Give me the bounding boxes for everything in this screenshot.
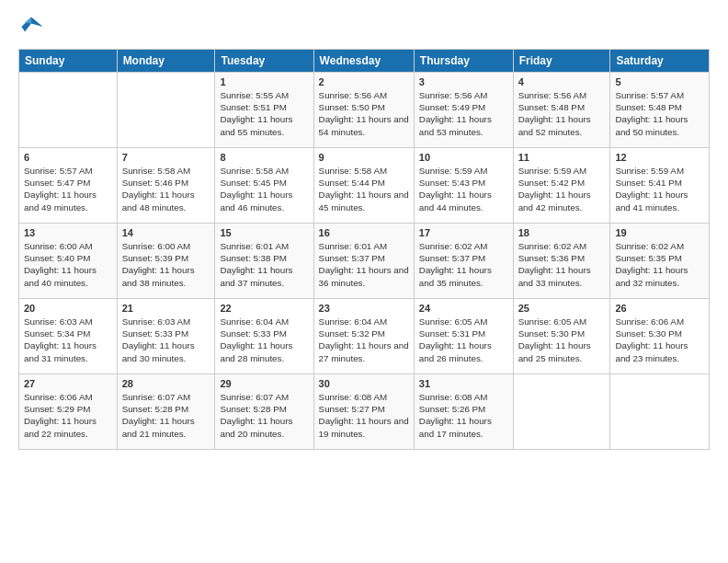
day-number: 27 — [24, 378, 112, 389]
calendar-header: SundayMondayTuesdayWednesdayThursdayFrid… — [19, 50, 710, 73]
header-row: SundayMondayTuesdayWednesdayThursdayFrid… — [19, 50, 710, 73]
day-cell: 7Sunrise: 5:58 AM Sunset: 5:46 PM Daylig… — [117, 148, 215, 224]
day-cell: 17Sunrise: 6:02 AM Sunset: 5:37 PM Dayli… — [414, 224, 513, 299]
calendar-table: SundayMondayTuesdayWednesdayThursdayFrid… — [18, 49, 710, 450]
day-info: Sunrise: 5:59 AM Sunset: 5:43 PM Dayligh… — [419, 165, 508, 213]
day-info: Sunrise: 6:08 AM Sunset: 5:26 PM Dayligh… — [419, 391, 508, 440]
day-number: 3 — [419, 76, 508, 87]
week-row-3: 20Sunrise: 6:03 AM Sunset: 5:34 PM Dayli… — [19, 299, 710, 374]
day-cell: 12Sunrise: 5:59 AM Sunset: 5:41 PM Dayli… — [610, 148, 710, 224]
day-number: 6 — [24, 152, 112, 163]
day-cell: 20Sunrise: 6:03 AM Sunset: 5:34 PM Dayli… — [19, 299, 118, 374]
day-cell: 18Sunrise: 6:02 AM Sunset: 5:36 PM Dayli… — [513, 224, 610, 299]
day-cell: 6Sunrise: 5:57 AM Sunset: 5:47 PM Daylig… — [19, 148, 118, 224]
day-number: 17 — [419, 227, 508, 238]
day-info: Sunrise: 6:04 AM Sunset: 5:33 PM Dayligh… — [220, 316, 308, 364]
day-cell: 11Sunrise: 5:59 AM Sunset: 5:42 PM Dayli… — [513, 148, 610, 224]
day-info: Sunrise: 6:07 AM Sunset: 5:28 PM Dayligh… — [122, 391, 210, 440]
day-number: 14 — [122, 227, 210, 238]
day-info: Sunrise: 6:00 AM Sunset: 5:39 PM Dayligh… — [122, 240, 210, 289]
day-info: Sunrise: 6:02 AM Sunset: 5:36 PM Dayligh… — [518, 240, 606, 289]
day-info: Sunrise: 6:08 AM Sunset: 5:27 PM Dayligh… — [319, 391, 409, 440]
day-info: Sunrise: 6:00 AM Sunset: 5:40 PM Dayligh… — [24, 240, 112, 289]
day-cell — [117, 73, 215, 148]
day-cell: 1Sunrise: 5:55 AM Sunset: 5:51 PM Daylig… — [215, 73, 313, 148]
logo-bird-icon — [18, 14, 44, 40]
day-number: 28 — [122, 378, 210, 389]
day-number: 9 — [319, 152, 409, 163]
day-number: 22 — [220, 303, 308, 314]
day-cell — [19, 73, 118, 148]
day-cell: 23Sunrise: 6:04 AM Sunset: 5:32 PM Dayli… — [313, 299, 414, 374]
day-info: Sunrise: 5:55 AM Sunset: 5:51 PM Dayligh… — [220, 89, 308, 138]
day-info: Sunrise: 5:57 AM Sunset: 5:47 PM Dayligh… — [24, 165, 112, 213]
week-row-1: 6Sunrise: 5:57 AM Sunset: 5:47 PM Daylig… — [19, 148, 710, 224]
day-info: Sunrise: 5:58 AM Sunset: 5:46 PM Dayligh… — [122, 165, 210, 213]
day-number: 2 — [319, 76, 409, 87]
day-info: Sunrise: 5:59 AM Sunset: 5:41 PM Dayligh… — [615, 165, 704, 213]
day-number: 24 — [419, 303, 508, 314]
day-number: 25 — [518, 303, 606, 314]
day-cell: 4Sunrise: 5:56 AM Sunset: 5:48 PM Daylig… — [513, 73, 610, 148]
day-info: Sunrise: 5:56 AM Sunset: 5:50 PM Dayligh… — [319, 89, 409, 138]
day-number: 19 — [615, 227, 704, 238]
day-info: Sunrise: 5:58 AM Sunset: 5:44 PM Dayligh… — [319, 165, 409, 213]
day-cell — [513, 374, 610, 450]
day-info: Sunrise: 6:01 AM Sunset: 5:37 PM Dayligh… — [319, 240, 409, 289]
day-number: 20 — [24, 303, 112, 314]
day-cell: 22Sunrise: 6:04 AM Sunset: 5:33 PM Dayli… — [215, 299, 313, 374]
day-number: 1 — [220, 76, 308, 87]
week-row-4: 27Sunrise: 6:06 AM Sunset: 5:29 PM Dayli… — [19, 374, 710, 450]
day-number: 5 — [615, 76, 704, 87]
svg-marker-1 — [25, 17, 31, 24]
day-cell: 28Sunrise: 6:07 AM Sunset: 5:28 PM Dayli… — [117, 374, 215, 450]
day-cell: 5Sunrise: 5:57 AM Sunset: 5:48 PM Daylig… — [610, 73, 710, 148]
day-number: 8 — [220, 152, 308, 163]
col-header-monday: Monday — [117, 50, 215, 73]
day-number: 12 — [615, 152, 704, 163]
day-info: Sunrise: 6:07 AM Sunset: 5:28 PM Dayligh… — [220, 391, 308, 440]
day-cell: 10Sunrise: 5:59 AM Sunset: 5:43 PM Dayli… — [414, 148, 513, 224]
day-cell — [610, 374, 710, 450]
day-cell: 2Sunrise: 5:56 AM Sunset: 5:50 PM Daylig… — [313, 73, 414, 148]
col-header-tuesday: Tuesday — [215, 50, 313, 73]
day-cell: 16Sunrise: 6:01 AM Sunset: 5:37 PM Dayli… — [313, 224, 414, 299]
day-cell: 26Sunrise: 6:06 AM Sunset: 5:30 PM Dayli… — [610, 299, 710, 374]
day-number: 21 — [122, 303, 210, 314]
col-header-friday: Friday — [513, 50, 610, 73]
day-number: 23 — [319, 303, 409, 314]
day-info: Sunrise: 6:02 AM Sunset: 5:37 PM Dayligh… — [419, 240, 508, 289]
day-number: 26 — [615, 303, 704, 314]
day-number: 10 — [419, 152, 508, 163]
day-number: 13 — [24, 227, 112, 238]
day-number: 29 — [220, 378, 308, 389]
day-info: Sunrise: 5:57 AM Sunset: 5:48 PM Dayligh… — [615, 89, 704, 138]
page: SundayMondayTuesdayWednesdayThursdayFrid… — [0, 0, 728, 563]
header — [18, 14, 710, 40]
day-info: Sunrise: 6:06 AM Sunset: 5:29 PM Dayligh… — [24, 391, 112, 440]
day-info: Sunrise: 6:05 AM Sunset: 5:31 PM Dayligh… — [419, 316, 508, 364]
day-info: Sunrise: 6:01 AM Sunset: 5:38 PM Dayligh… — [220, 240, 308, 289]
day-cell: 15Sunrise: 6:01 AM Sunset: 5:38 PM Dayli… — [215, 224, 313, 299]
col-header-saturday: Saturday — [610, 50, 710, 73]
day-cell: 25Sunrise: 6:05 AM Sunset: 5:30 PM Dayli… — [513, 299, 610, 374]
day-cell: 19Sunrise: 6:02 AM Sunset: 5:35 PM Dayli… — [610, 224, 710, 299]
day-number: 18 — [518, 227, 606, 238]
day-info: Sunrise: 5:58 AM Sunset: 5:45 PM Dayligh… — [220, 165, 308, 213]
day-cell: 8Sunrise: 5:58 AM Sunset: 5:45 PM Daylig… — [215, 148, 313, 224]
day-number: 11 — [518, 152, 606, 163]
day-info: Sunrise: 6:02 AM Sunset: 5:35 PM Dayligh… — [615, 240, 704, 289]
day-info: Sunrise: 6:04 AM Sunset: 5:32 PM Dayligh… — [319, 316, 409, 364]
day-number: 16 — [319, 227, 409, 238]
day-info: Sunrise: 6:03 AM Sunset: 5:34 PM Dayligh… — [24, 316, 112, 364]
day-info: Sunrise: 5:56 AM Sunset: 5:48 PM Dayligh… — [518, 89, 606, 138]
col-header-thursday: Thursday — [414, 50, 513, 73]
day-cell: 24Sunrise: 6:05 AM Sunset: 5:31 PM Dayli… — [414, 299, 513, 374]
day-info: Sunrise: 5:56 AM Sunset: 5:49 PM Dayligh… — [419, 89, 508, 138]
day-info: Sunrise: 6:06 AM Sunset: 5:30 PM Dayligh… — [615, 316, 704, 364]
day-number: 7 — [122, 152, 210, 163]
day-number: 4 — [518, 76, 606, 87]
logo — [18, 14, 48, 40]
day-number: 31 — [419, 378, 508, 389]
day-cell: 3Sunrise: 5:56 AM Sunset: 5:49 PM Daylig… — [414, 73, 513, 148]
